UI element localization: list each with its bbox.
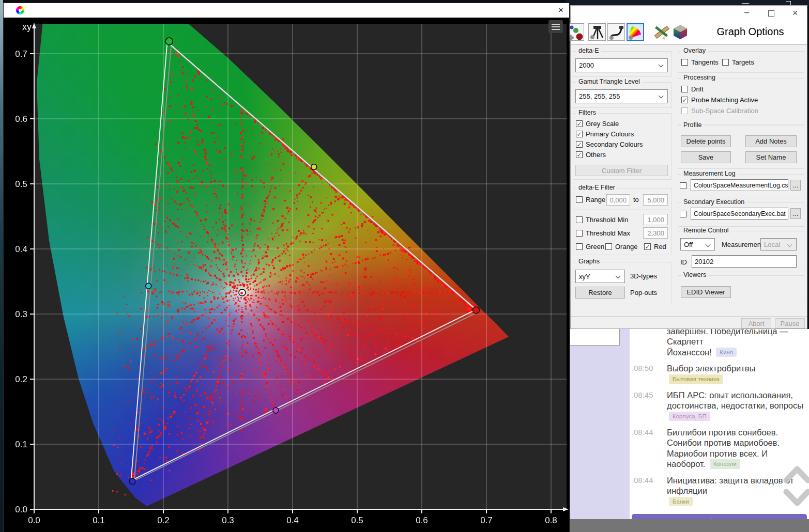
probe-matching-checkbox[interactable]: ✓ <box>681 97 688 103</box>
svg-text:0.3: 0.3 <box>15 309 27 319</box>
save-button[interactable]: Save <box>681 151 731 163</box>
minimize-icon[interactable]: – <box>744 8 749 17</box>
set-name-button[interactable]: Set Name <box>745 151 797 163</box>
list-item[interactable]: 08:45 ИБП APC: опыт использования, досто… <box>630 385 809 423</box>
tangents-checkbox[interactable] <box>681 59 688 66</box>
secondary-colours-checkbox[interactable]: ✓ <box>576 141 583 148</box>
svg-text:0.5: 0.5 <box>15 179 27 189</box>
red-checkbox[interactable]: ✓ <box>644 243 651 250</box>
measurement-log-checkbox[interactable] <box>680 182 686 189</box>
grey-scale-checkbox[interactable]: ✓ <box>576 120 583 127</box>
divider <box>573 210 670 210</box>
remote-control-mode-select[interactable]: Off <box>680 238 715 251</box>
toolbar-gamut-graph-button[interactable] <box>627 23 644 41</box>
graph-window-titlebar[interactable]: × <box>4 3 569 18</box>
others-checkbox[interactable]: ✓ <box>576 151 583 158</box>
3d-types-link[interactable]: 3D-types <box>630 272 657 280</box>
svg-text:0.6: 0.6 <box>416 515 428 525</box>
close-icon[interactable]: × <box>792 8 798 19</box>
chevron-down-icon <box>659 93 664 99</box>
svg-text:xy: xy <box>22 22 32 32</box>
abort-button[interactable]: Abort <box>741 318 771 328</box>
list-item[interactable]: 08:44 Инициатива: защита вкладов от инфл… <box>630 471 809 508</box>
restore-button[interactable]: Restore <box>575 287 625 299</box>
toolbar-profile-edit-button[interactable] <box>653 23 670 41</box>
blue-primary-marker <box>129 478 135 484</box>
desktop: — завершен. Победительница — Скарлетт Йо… <box>0 0 809 532</box>
svg-text:0.7: 0.7 <box>480 515 493 525</box>
secondary-execution-field[interactable]: ColourSpaceSecondaryExec.bat <box>691 208 788 220</box>
toolbar-cable-button[interactable] <box>607 23 625 41</box>
browser-white-box <box>570 329 620 346</box>
custom-filter-button[interactable]: Custom Filter <box>575 165 668 176</box>
measurement-log-browse-button[interactable]: ... <box>790 180 801 191</box>
browser-window: завершен. Победительница — Скарлетт Йоха… <box>570 329 809 532</box>
news-tag[interactable]: Бытовая техника <box>669 374 723 384</box>
news-tag[interactable]: Кино <box>716 348 737 357</box>
magenta-secondary-marker <box>273 408 279 413</box>
remote-id-field[interactable]: 20102 <box>692 255 797 268</box>
gamut-triangle-level-select[interactable]: 255, 255, 255 <box>575 89 668 103</box>
svg-text:0.6: 0.6 <box>15 114 27 124</box>
threshold-min-checkbox[interactable] <box>576 216 583 223</box>
drift-checkbox[interactable] <box>681 86 688 92</box>
targets-checkbox[interactable] <box>722 59 729 66</box>
svg-text:0.8: 0.8 <box>545 515 557 525</box>
news-tag[interactable]: Консоли <box>710 459 740 468</box>
maximize-icon[interactable] <box>768 10 774 17</box>
green-checkbox[interactable] <box>576 243 583 250</box>
edid-viewer-button[interactable]: EDID Viewer <box>681 286 731 298</box>
toolbar-3d-cube-button[interactable] <box>671 23 689 41</box>
cube-3d-icon <box>671 23 689 41</box>
chart-menu-button[interactable] <box>548 20 563 33</box>
chevron-up-icon[interactable] <box>786 469 808 480</box>
threshold-min-field[interactable]: 1,000 <box>643 214 668 225</box>
range-to-field[interactable]: 5,000 <box>643 194 668 206</box>
news-tag[interactable]: Корпуса, БП <box>669 412 710 421</box>
list-item[interactable]: завершен. Победительница — Скарлетт Йоха… <box>630 329 809 358</box>
primary-colours-checkbox[interactable]: ✓ <box>576 131 583 137</box>
scroll-chevrons[interactable] <box>783 460 809 513</box>
page-title: Graph Options <box>703 26 798 38</box>
graph-options-titlebar: – × <box>571 6 807 22</box>
chevron-down-icon[interactable] <box>786 492 808 503</box>
chevron-down-icon <box>659 62 664 68</box>
chevron-down-icon <box>787 242 792 247</box>
red-primary-marker <box>473 307 480 314</box>
pop-outs-link[interactable]: Pop-outs <box>630 289 657 296</box>
list-item[interactable]: 08:44 Биллибои против сонибоев. Сонибои … <box>630 423 809 471</box>
svg-text:0.2: 0.2 <box>15 374 27 384</box>
delete-points-button[interactable]: Delete points <box>681 135 731 147</box>
svg-text:0.5: 0.5 <box>351 515 363 525</box>
unanswered-topics-header: Последние темы без ответов <box>632 514 807 519</box>
secondary-execution-checkbox[interactable] <box>680 211 686 217</box>
measurement-log-field[interactable]: ColourSpaceMeasurementLog.csv <box>691 179 788 191</box>
range-from-field[interactable]: 0,000 <box>606 194 630 206</box>
chevron-down-icon <box>706 242 711 247</box>
threshold-max-checkbox[interactable] <box>576 230 583 237</box>
chevron-down-icon <box>616 274 621 279</box>
threshold-max-field[interactable]: 2,300 <box>643 227 668 239</box>
green-primary-marker <box>165 38 173 45</box>
news-title: ИБП APC: опыт использования, достоинства… <box>667 390 807 422</box>
news-time: 08:45 <box>634 390 663 422</box>
pause-button[interactable]: Pause <box>775 318 805 328</box>
cyan-secondary-marker <box>146 283 151 289</box>
close-icon[interactable]: × <box>555 4 567 17</box>
toolbar-tripod-button[interactable] <box>588 23 606 41</box>
delta-e-select[interactable]: 2000 <box>575 58 668 72</box>
gamut-icon <box>628 24 643 40</box>
orange-checkbox[interactable] <box>605 243 612 250</box>
ruler-pencil-icon <box>653 23 670 41</box>
graph-options-toolbar: Graph Options <box>571 22 807 44</box>
news-title: завершен. Победительница — Скарлетт Йоха… <box>667 329 807 358</box>
news-tag[interactable]: Банки <box>669 497 693 506</box>
graphs-select[interactable]: xyY <box>575 270 625 283</box>
list-item[interactable]: 08:50 Выбор электробритвы Бытовая техник… <box>630 358 809 385</box>
news-time: 08:50 <box>634 363 663 385</box>
secondary-execution-browse-button[interactable]: ... <box>790 208 801 219</box>
svg-text:0.3: 0.3 <box>222 515 234 525</box>
browser-bottom-bar <box>570 519 809 532</box>
add-notes-button[interactable]: Add Notes <box>745 135 797 147</box>
range-checkbox[interactable] <box>576 196 583 203</box>
